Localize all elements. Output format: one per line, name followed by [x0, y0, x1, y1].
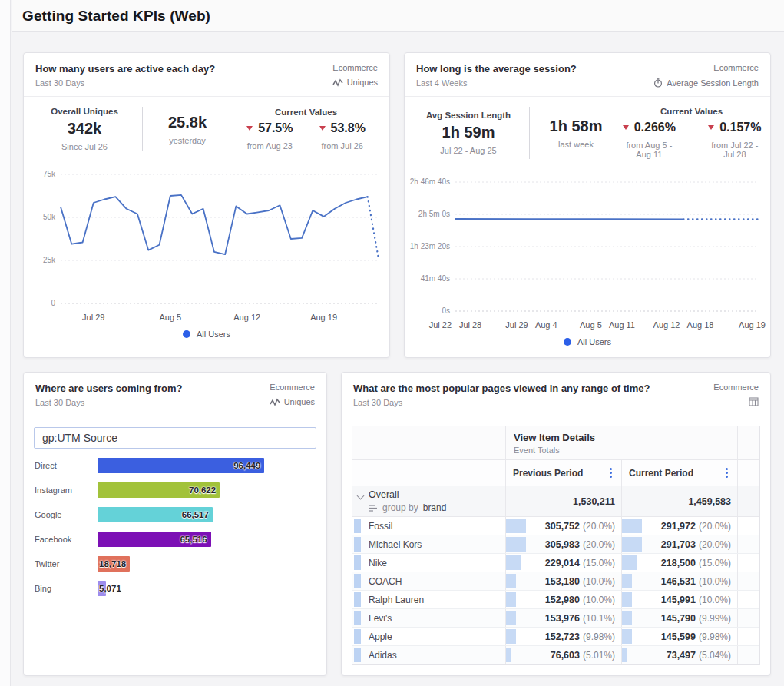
bar[interactable]: 18,718 [98, 556, 130, 572]
cell-percent: (9.99%) [699, 613, 731, 624]
column-menu-icon[interactable] [607, 466, 614, 479]
cell-value: 291,703 [661, 539, 696, 550]
stopwatch-icon [653, 78, 663, 88]
svg-text:Aug 12 - Aug 18: Aug 12 - Aug 18 [653, 320, 714, 330]
card-date-range: Last 4 Weeks [416, 78, 577, 88]
value-cell: 145,991(10.0%) [621, 591, 737, 608]
card-date-range: Last 30 Days [35, 398, 182, 407]
table-row: COACH153,180(10.0%)146,531(10.0%) [352, 572, 759, 591]
value-cell: 152,980(10.0%) [505, 591, 621, 608]
cell-value: 153,180 [545, 576, 580, 587]
table-row: Michael Kors305,983(20.0%)291,703(20.0%) [352, 535, 759, 554]
cell-value: 152,723 [545, 631, 580, 642]
triangle-down-icon [708, 125, 714, 130]
cell-value: 76,603 [551, 650, 580, 661]
chart-legend[interactable]: All Users [405, 337, 770, 346]
value-cell: 145,790(9.99%) [621, 609, 737, 627]
svg-text:Aug 19 - ...: Aug 19 - ... [739, 320, 770, 330]
row-indicator [354, 611, 361, 625]
overall-previous-total: 1,530,211 [573, 496, 615, 507]
delta-sub: from Jul 26 [319, 141, 366, 151]
card-popular-pages: What are the most popular pages viewed i… [341, 372, 771, 676]
svg-text:Aug 5: Aug 5 [159, 313, 181, 322]
column-header-previous-period[interactable]: Previous Period [505, 460, 621, 486]
row-spacer [737, 609, 759, 627]
stat-label: Overall Uniques [30, 107, 139, 116]
stat-value: 342k [30, 120, 139, 138]
cell-percent: (10.0%) [583, 576, 615, 587]
bar-track: 70,622 [98, 482, 316, 498]
bar[interactable]: 65,516 [98, 532, 211, 547]
group-by-row[interactable]: group by brand [369, 502, 446, 513]
cell-bar [506, 537, 526, 552]
legend-dot-icon [564, 338, 571, 346]
bar-category-label: Direct [35, 461, 98, 470]
card-source: Ecommerce [713, 383, 759, 392]
cell-value: 229,014 [545, 558, 580, 568]
svg-text:41m 40s: 41m 40s [421, 274, 450, 283]
row-spacer [737, 591, 759, 608]
value-cell: 146,531(10.0%) [621, 572, 737, 590]
card-title: Where are users coming from? [35, 383, 182, 394]
table-row: Ralph Lauren152,980(10.0%)145,991(10.0%) [352, 591, 759, 609]
svg-text:75k: 75k [43, 170, 56, 178]
delta-value: 57.5% [258, 121, 293, 135]
brand-cell: Nike [352, 554, 505, 572]
cell-value: 152,980 [545, 595, 580, 605]
cell-percent: (5.01%) [583, 650, 615, 661]
bar[interactable]: 96,449 [98, 458, 264, 473]
header-spacer [352, 460, 505, 486]
cell-bar [622, 574, 632, 588]
current-values-label: Current Values [619, 107, 764, 116]
group-lines-icon [369, 504, 378, 512]
stat-value: 1h 59m [411, 124, 526, 141]
bar-category-label: Instagram [35, 486, 98, 495]
legend-label: All Users [577, 337, 611, 346]
row-spacer [737, 535, 759, 553]
svg-text:50k: 50k [43, 213, 56, 221]
cell-percent: (10.1%) [583, 613, 615, 624]
brand-cell: Adidas [352, 646, 505, 664]
overall-current-total: 1,459,583 [688, 496, 731, 507]
value-cell: 153,976(10.1%) [505, 609, 621, 627]
card-utm-source: Where are users coming from? Last 30 Day… [23, 372, 327, 676]
chart-legend[interactable]: All Users [24, 330, 389, 339]
row-indicator [354, 629, 361, 644]
column-header-current-period[interactable]: Current Period [621, 460, 737, 486]
brand-name: Ralph Lauren [352, 595, 424, 605]
value-cell: 153,180(10.0%) [505, 572, 621, 590]
value-cell: 305,983(20.0%) [505, 535, 621, 553]
bar[interactable]: 70,622 [98, 482, 220, 498]
cell-bar [506, 519, 526, 533]
delta-sub: from Aug 5 - Aug 11 [619, 141, 680, 159]
svg-text:Aug 19: Aug 19 [310, 313, 337, 322]
value-cell: 76,603(5.01%) [505, 646, 621, 664]
table-row-overall: Overall group by brand 1,530,211 1,459,5… [352, 486, 759, 517]
bar-track: 18,718 [98, 556, 316, 572]
cell-bar [622, 629, 632, 644]
dimension-selector[interactable]: gp:UTM Source [34, 427, 316, 449]
cell-percent: (20.0%) [583, 521, 615, 532]
svg-text:2h 46m 40s: 2h 46m 40s [410, 177, 450, 186]
row-indicator [354, 555, 361, 570]
column-menu-icon[interactable] [723, 466, 730, 479]
triangle-down-icon [623, 125, 629, 130]
bar[interactable]: 5,071 [98, 581, 106, 596]
cell-value: 153,976 [545, 613, 580, 624]
divider [529, 107, 530, 159]
svg-text:2h 5m 0s: 2h 5m 0s [418, 210, 450, 218]
bar[interactable]: 66,517 [98, 507, 213, 522]
chevron-down-icon[interactable] [357, 492, 365, 500]
cell-value: 291,972 [661, 521, 696, 532]
utm-bars: Direct96,449Instagram70,622Google66,517F… [24, 452, 326, 596]
stat-sub: Jul 22 - Aug 25 [411, 146, 526, 155]
cell-bar [622, 519, 642, 533]
overall-label: Overall [369, 489, 446, 500]
cell-value: 145,599 [661, 631, 696, 642]
svg-text:Aug 12: Aug 12 [233, 313, 260, 322]
bar-row: Instagram70,622 [35, 482, 316, 498]
brand-cell: COACH [352, 572, 505, 590]
brand-cell: Apple [352, 628, 505, 645]
row-indicator [354, 648, 361, 662]
bar-row: Facebook65,516 [35, 532, 316, 547]
